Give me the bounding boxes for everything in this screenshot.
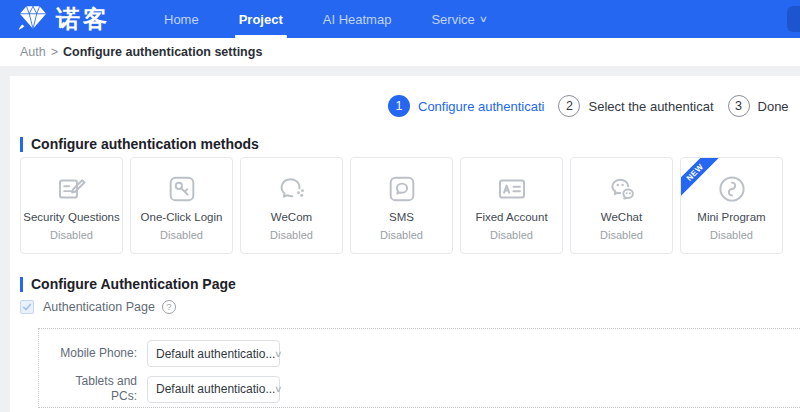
nav-item-project[interactable]: Project [219, 0, 303, 38]
select-value: Default authenticatio... [156, 382, 275, 396]
logo-text: 诺客 [56, 7, 110, 31]
nav-item-ai-heatmap[interactable]: AI Heatmap [303, 0, 412, 38]
breadcrumb: Auth > Configure authentication settings [0, 38, 800, 66]
user-menu-stub[interactable] [787, 6, 800, 32]
nav-item-label: Home [164, 12, 199, 27]
step-3: 3Done [728, 95, 789, 117]
nav-item-label: Service [431, 12, 474, 27]
method-name: Security Questions [21, 211, 122, 223]
nav-item-home[interactable]: Home [144, 0, 219, 38]
step-label: Done [758, 99, 789, 114]
method-card-mini-program[interactable]: NEWMini ProgramDisabled [680, 157, 783, 254]
method-status: Disabled [571, 229, 672, 241]
wechat-icon [571, 171, 672, 207]
auth-page-checkbox[interactable] [20, 300, 34, 314]
nav-item-label: AI Heatmap [323, 12, 392, 27]
chevron-down-icon: ∨ [274, 384, 283, 394]
field-label: Tablets and PCs: [47, 374, 137, 404]
method-status: Disabled [461, 229, 562, 241]
main-nav: HomeProjectAI HeatmapService∨ [144, 0, 506, 38]
field-row: Mobile Phone:Default authenticatio...∨ [47, 340, 800, 367]
method-name: One-Click Login [131, 211, 232, 223]
methods-section-header: Configure authentication methods [20, 136, 259, 152]
id-card-icon [461, 171, 562, 207]
method-card-wechat[interactable]: WeChatDisabled [570, 157, 673, 254]
method-name: WeChat [571, 211, 672, 223]
form-edit-icon [21, 171, 122, 207]
tablets-and-pcs-select[interactable]: Default authenticatio...∨ [147, 376, 280, 403]
key-icon [131, 171, 232, 207]
step-label: Configure authenticati [418, 99, 544, 114]
method-card-fixed-account[interactable]: Fixed AccountDisabled [460, 157, 563, 254]
method-card-wecom[interactable]: WeComDisabled [240, 157, 343, 254]
gem-logo-icon [18, 4, 48, 35]
section-accent-bar [20, 277, 23, 292]
wecom-icon [241, 171, 342, 207]
chevron-down-icon: ∨ [478, 14, 487, 24]
auth-page-form: Mobile Phone:Default authenticatio...∨Ta… [38, 328, 800, 408]
method-card-security-questions[interactable]: Security QuestionsDisabled [20, 157, 123, 254]
step-2: 2Select the authenticat [558, 95, 713, 117]
breadcrumb-parent[interactable]: Auth [20, 45, 46, 59]
method-status: Disabled [21, 229, 122, 241]
auth-page-checkbox-label: Authentication Page [43, 300, 155, 314]
method-card-sms[interactable]: SMSDisabled [350, 157, 453, 254]
select-value: Default authenticatio... [156, 347, 275, 361]
page-section-title: Configure Authentication Page [31, 276, 236, 292]
method-status: Disabled [681, 229, 782, 241]
method-status: Disabled [351, 229, 452, 241]
method-name: Mini Program [681, 211, 782, 223]
step-number: 1 [388, 95, 410, 117]
step-number: 3 [728, 95, 750, 117]
field-row: Tablets and PCs:Default authenticatio...… [47, 374, 800, 404]
step-number: 2 [558, 95, 580, 117]
methods-section-title: Configure authentication methods [31, 136, 259, 152]
stepper: 1Configure authenticati2Select the authe… [388, 95, 800, 117]
page-title: Configure authentication settings [63, 45, 262, 59]
field-label: Mobile Phone: [47, 346, 137, 361]
app-logo[interactable]: 诺客 [18, 4, 110, 35]
section-accent-bar [20, 137, 23, 152]
method-status: Disabled [131, 229, 232, 241]
method-name: WeCom [241, 211, 342, 223]
step-label: Select the authenticat [588, 99, 713, 114]
nav-item-service[interactable]: Service∨ [411, 0, 506, 38]
main-panel: 1Configure authenticati2Select the authe… [10, 76, 800, 412]
method-name: SMS [351, 211, 452, 223]
chevron-down-icon: ∨ [274, 349, 283, 359]
sms-icon [351, 171, 452, 207]
method-card-one-click-login[interactable]: One-Click LoginDisabled [130, 157, 233, 254]
method-cards: Security QuestionsDisabledOne-Click Logi… [20, 157, 790, 254]
step-1: 1Configure authenticati [388, 95, 544, 117]
top-navbar: 诺客 HomeProjectAI HeatmapService∨ [0, 0, 800, 38]
help-icon[interactable]: ? [162, 300, 176, 314]
method-name: Fixed Account [461, 211, 562, 223]
nav-item-label: Project [239, 12, 283, 27]
auth-page-checkbox-row: Authentication Page ? [20, 300, 176, 314]
breadcrumb-separator: > [51, 45, 58, 59]
mobile-phone-select[interactable]: Default authenticatio...∨ [147, 340, 280, 367]
page-section-header: Configure Authentication Page [20, 276, 236, 292]
method-status: Disabled [241, 229, 342, 241]
